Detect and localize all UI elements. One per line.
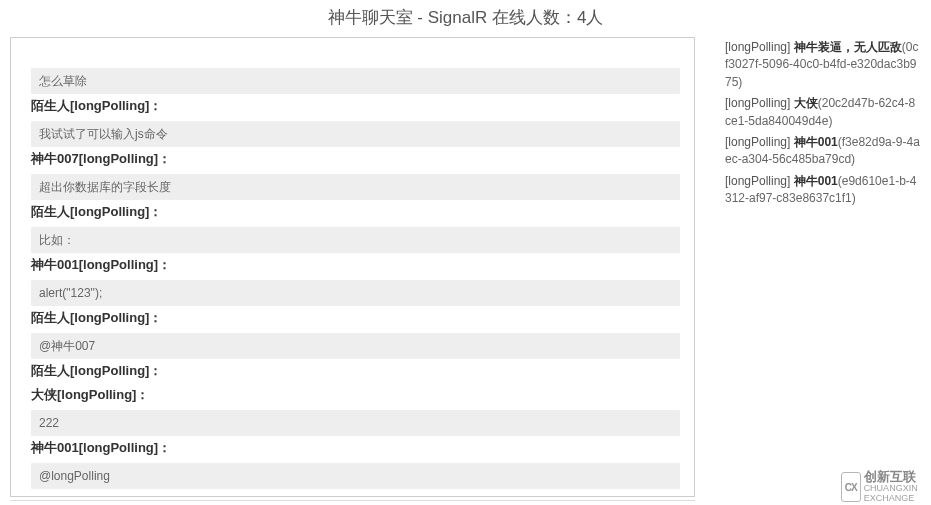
message-author: 陌生人[longPolling]： bbox=[31, 97, 680, 115]
message-block: @longPolling bbox=[31, 463, 680, 489]
user-transport: [longPolling] bbox=[725, 96, 790, 110]
message-bubble: @longPolling bbox=[31, 463, 680, 489]
message-block: 超出你数据库的字段长度陌生人[longPolling]： bbox=[31, 174, 680, 221]
message-block: 大侠[longPolling]： bbox=[31, 386, 680, 404]
user-name: 神牛001 bbox=[790, 174, 837, 188]
user-item: [longPolling] 神牛001(f3e82d9a-9-4aec-a304… bbox=[725, 134, 921, 169]
message-bubble: 比如： bbox=[31, 227, 680, 253]
message-author: 陌生人[longPolling]： bbox=[31, 309, 680, 327]
watermark-en: CHUANGXIN EXCHANGE bbox=[864, 484, 931, 504]
message-author: 神牛007[longPolling]： bbox=[31, 150, 680, 168]
user-item: [longPolling] 大侠(20c2d47b-62c4-8ce1-5da8… bbox=[725, 95, 921, 130]
user-transport: [longPolling] bbox=[725, 40, 790, 54]
chat-area[interactable]: 怎么草除陌生人[longPolling]：我试试了可以输入js命令神牛007[l… bbox=[10, 37, 695, 497]
message-bubble: 怎么草除 bbox=[31, 68, 680, 94]
user-item: [longPolling] 神牛装逼，无人匹敌(0cf3027f-5096-40… bbox=[725, 39, 921, 91]
user-transport: [longPolling] bbox=[725, 135, 790, 149]
message-block: alert("123");陌生人[longPolling]： bbox=[31, 280, 680, 327]
message-author: 陌生人[longPolling]： bbox=[31, 362, 680, 380]
user-transport: [longPolling] bbox=[725, 174, 790, 188]
message-bubble: 222 bbox=[31, 410, 680, 436]
message-block: 比如：神牛001[longPolling]： bbox=[31, 227, 680, 274]
watermark-icon: CX bbox=[841, 472, 861, 502]
message-author: 陌生人[longPolling]： bbox=[31, 203, 680, 221]
message-bubble: alert("123"); bbox=[31, 280, 680, 306]
message-block: 222神牛001[longPolling]： bbox=[31, 410, 680, 457]
message-author: 神牛001[longPolling]： bbox=[31, 439, 680, 457]
user-name: 大侠 bbox=[790, 96, 817, 110]
message-block: @神牛007陌生人[longPolling]： bbox=[31, 333, 680, 380]
message-author: 大侠[longPolling]： bbox=[31, 386, 680, 404]
user-name: 神牛装逼，无人匹敌 bbox=[790, 40, 901, 54]
user-item: [longPolling] 神牛001(e9d610e1-b-4312-af97… bbox=[725, 173, 921, 208]
message-block: 我试试了可以输入js命令神牛007[longPolling]： bbox=[31, 121, 680, 168]
message-bubble: 超出你数据库的字段长度 bbox=[31, 174, 680, 200]
message-author: 神牛001[longPolling]： bbox=[31, 256, 680, 274]
bottom-divider bbox=[10, 500, 695, 502]
main-container: 怎么草除陌生人[longPolling]：我试试了可以输入js命令神牛007[l… bbox=[0, 37, 931, 497]
message-bubble: 我试试了可以输入js命令 bbox=[31, 121, 680, 147]
message-block: 怎么草除陌生人[longPolling]： bbox=[31, 68, 680, 115]
page-title: 神牛聊天室 - SignalR 在线人数：4人 bbox=[0, 0, 931, 37]
user-name: 神牛001 bbox=[790, 135, 837, 149]
message-bubble: @神牛007 bbox=[31, 333, 680, 359]
watermark-cn: 创新互联 bbox=[864, 470, 931, 484]
watermark-logo: CX 创新互联 CHUANGXIN EXCHANGE bbox=[841, 469, 931, 505]
user-list: [longPolling] 神牛装逼，无人匹敌(0cf3027f-5096-40… bbox=[725, 37, 921, 497]
